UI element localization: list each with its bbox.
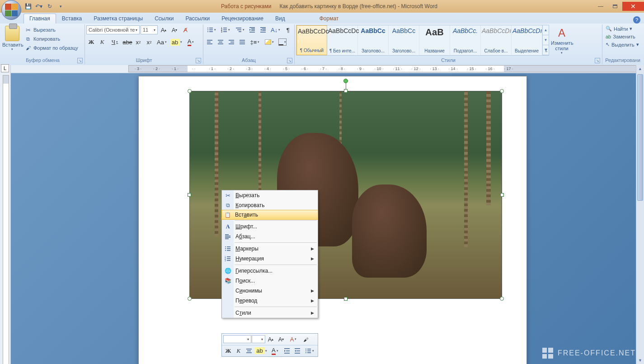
- mini-font-combo[interactable]: ▾: [223, 335, 251, 343]
- tab-page-layout[interactable]: Разметка страницы: [88, 14, 149, 24]
- tab-format[interactable]: Формат: [314, 14, 345, 24]
- mini-bold[interactable]: Ж: [223, 346, 233, 356]
- scroll-up[interactable]: ▲: [636, 65, 644, 72]
- shading-button[interactable]: [263, 37, 276, 47]
- ctx-hyperlink[interactable]: 🌐Гиперссылка...: [222, 266, 318, 276]
- mini-format-painter[interactable]: [301, 334, 310, 344]
- justify-button[interactable]: [237, 37, 247, 47]
- align-left-button[interactable]: [205, 37, 215, 47]
- mini-center[interactable]: [244, 346, 254, 356]
- sort-button[interactable]: A↓: [269, 25, 282, 35]
- maximize-button[interactable]: [608, 2, 622, 11]
- replace-button[interactable]: abЗаменить: [604, 33, 641, 40]
- bold-button[interactable]: Ж: [86, 37, 96, 47]
- mini-bullets[interactable]: [303, 346, 316, 356]
- align-center-button[interactable]: [216, 37, 226, 47]
- minimize-button[interactable]: —: [593, 2, 608, 11]
- select-button[interactable]: ↖Выделить ▾: [604, 41, 641, 48]
- font-family-combo[interactable]: Calibri (Основной те▾: [86, 25, 140, 34]
- undo-icon[interactable]: ↶▾: [34, 2, 43, 11]
- copy-button[interactable]: Копировать: [23, 35, 80, 43]
- font-size-combo[interactable]: 11▾: [141, 25, 158, 34]
- show-marks-button[interactable]: ¶: [283, 25, 293, 35]
- change-styles-button[interactable]: A Изменить стили ▾: [550, 25, 573, 56]
- ctx-translate[interactable]: Перевод▶: [222, 296, 318, 306]
- gallery-up[interactable]: ▲: [543, 25, 549, 35]
- vertical-scrollbar[interactable]: ▲ ▼: [636, 65, 644, 364]
- subscript-button[interactable]: x2: [133, 37, 143, 47]
- resize-handle-s[interactable]: [344, 297, 348, 301]
- mini-highlight[interactable]: ab: [254, 346, 268, 356]
- style-emphasis[interactable]: AaBbCcDıВыделение: [512, 25, 542, 55]
- gallery-more[interactable]: ▼̲: [543, 45, 549, 55]
- resize-handle-w[interactable]: [188, 193, 191, 197]
- mini-styles[interactable]: A: [287, 334, 300, 344]
- close-button[interactable]: ✕: [622, 2, 644, 11]
- tab-selector[interactable]: L: [1, 64, 9, 72]
- redo-icon[interactable]: ↻: [45, 2, 54, 11]
- resize-handle-ne[interactable]: [500, 89, 504, 93]
- ctx-numbering[interactable]: 123Нумерация▶: [222, 254, 318, 264]
- tab-mailings[interactable]: Рассылки: [179, 14, 216, 24]
- style-heading2[interactable]: AaBbCcЗаголово...: [389, 25, 419, 55]
- font-launcher[interactable]: ↘: [196, 58, 201, 63]
- resize-handle-n[interactable]: [344, 89, 348, 93]
- bullets-button[interactable]: [205, 25, 218, 35]
- find-button[interactable]: 🔍Найти ▾: [604, 25, 641, 33]
- line-spacing-button[interactable]: ‡≡: [248, 37, 262, 47]
- ctx-bullets[interactable]: Маркеры▶: [222, 244, 318, 254]
- align-right-button[interactable]: [226, 37, 236, 47]
- underline-button[interactable]: Ч: [108, 37, 122, 47]
- numbering-button[interactable]: 123: [219, 25, 233, 35]
- mini-shrink-font[interactable]: A▾: [276, 334, 286, 344]
- style-title[interactable]: АаВНазвание: [419, 25, 450, 55]
- tab-view[interactable]: Вид: [269, 14, 291, 24]
- office-button[interactable]: [1, 0, 21, 20]
- italic-button[interactable]: К: [97, 37, 107, 47]
- ctx-font[interactable]: AШрифт...: [222, 222, 318, 232]
- grow-font-button[interactable]: A▴: [159, 25, 169, 35]
- ctx-styles[interactable]: Стили▶: [222, 308, 318, 318]
- ctx-lookup[interactable]: 📚Поиск...: [222, 276, 318, 286]
- format-painter-button[interactable]: Формат по образцу: [23, 44, 80, 52]
- tab-review[interactable]: Рецензирование: [216, 14, 269, 24]
- change-case-button[interactable]: Aa: [155, 37, 169, 47]
- increase-indent-button[interactable]: [258, 25, 268, 35]
- superscript-button[interactable]: x2: [144, 37, 154, 47]
- ctx-cut[interactable]: Вырезать: [222, 190, 318, 200]
- ctx-paragraph[interactable]: Абзац...: [222, 232, 318, 241]
- multilevel-list-button[interactable]: [233, 25, 247, 35]
- gallery-down[interactable]: ▼: [543, 35, 549, 45]
- tab-home[interactable]: Главная: [24, 14, 56, 24]
- scroll-down[interactable]: ▼: [636, 357, 644, 364]
- clipboard-launcher[interactable]: ↘: [77, 58, 83, 63]
- resize-handle-e[interactable]: [500, 193, 504, 197]
- ctx-synonyms[interactable]: Синонимы▶: [222, 286, 318, 296]
- mini-grow-font[interactable]: A▴: [266, 334, 276, 344]
- style-subtitle[interactable]: AaBbCc.Подзагол...: [450, 25, 481, 55]
- tab-references[interactable]: Ссылки: [149, 14, 179, 24]
- save-icon[interactable]: 💾: [24, 2, 33, 11]
- mini-font-color[interactable]: A: [268, 346, 282, 356]
- rotation-handle[interactable]: [343, 79, 348, 83]
- strikethrough-button[interactable]: abe: [122, 37, 132, 47]
- mini-decrease-indent[interactable]: [282, 346, 292, 356]
- styles-launcher[interactable]: ↘: [595, 58, 600, 63]
- tab-insert[interactable]: Вставка: [56, 14, 88, 24]
- highlight-button[interactable]: ab: [169, 37, 183, 47]
- shrink-font-button[interactable]: A▾: [169, 25, 179, 35]
- borders-button[interactable]: [278, 38, 287, 46]
- vertical-ruler[interactable]: L: [0, 65, 11, 364]
- document-page[interactable]: [138, 76, 527, 364]
- scroll-thumb[interactable]: [637, 74, 643, 201]
- mini-italic[interactable]: К: [234, 346, 244, 356]
- paragraph-launcher[interactable]: ↘: [287, 58, 292, 63]
- font-color-button[interactable]: A: [184, 37, 197, 47]
- resize-handle-sw[interactable]: [188, 297, 192, 301]
- resize-handle-nw[interactable]: [188, 89, 192, 93]
- clear-formatting-button[interactable]: A̸: [180, 25, 190, 35]
- decrease-indent-button[interactable]: [248, 25, 258, 35]
- style-normal[interactable]: AaBbCcDc¶ Обычный: [296, 25, 327, 55]
- style-no-spacing[interactable]: AaBbCcDc¶ Без инте...: [327, 25, 358, 55]
- ctx-copy[interactable]: Копировать: [222, 200, 318, 210]
